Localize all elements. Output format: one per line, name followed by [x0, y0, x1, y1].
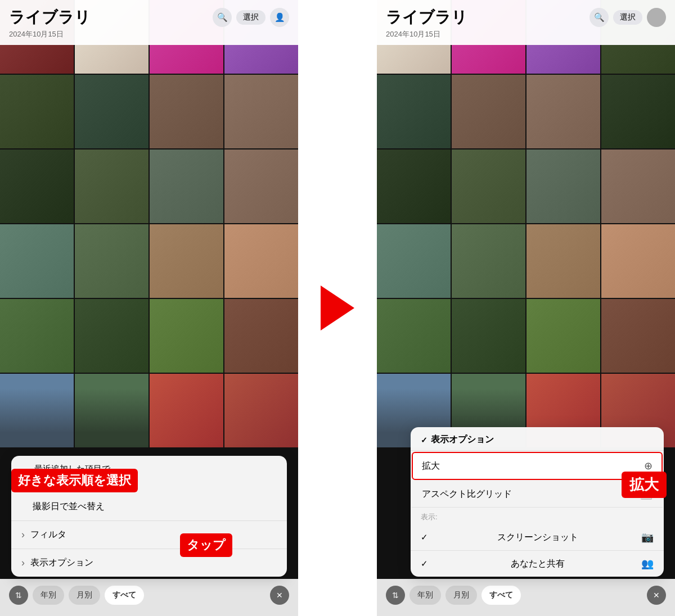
left-date: 2024年10月15日	[9, 29, 289, 39]
left-sort-button[interactable]: ⇅	[9, 586, 28, 605]
photo-cell[interactable]	[601, 224, 675, 298]
photo-cell[interactable]	[75, 75, 148, 148]
right-header-icons: 🔍 選択	[590, 8, 666, 27]
photo-cell[interactable]	[0, 150, 74, 223]
photo-strip-1	[0, 0, 298, 447]
shared-label: あなたと共有	[511, 558, 565, 570]
photo-cell[interactable]	[601, 299, 675, 373]
left-search-button[interactable]: 🔍	[213, 8, 232, 27]
right-photo-strip	[377, 0, 675, 447]
screenshot-label: スクリーンショット	[497, 532, 578, 543]
photo-cell[interactable]	[526, 75, 600, 148]
right-dropdown-menu: ✓ 表示オプション 拡大 ⊕ アスペクト比グリッド ⬜ 表示: スクリーンショッ…	[411, 427, 664, 577]
annotation-tap: タップ	[180, 533, 232, 557]
left-tab-all[interactable]: すべて	[105, 586, 144, 605]
photo-cell[interactable]	[526, 150, 600, 223]
right-select-button[interactable]: 選択	[613, 10, 642, 25]
left-title: ライブラリ	[9, 7, 91, 28]
right-tab-monthly[interactable]: 月別	[446, 586, 477, 605]
left-tab-monthly[interactable]: 月別	[69, 586, 100, 605]
photo-cell[interactable]	[601, 75, 675, 148]
photo-cell[interactable]	[224, 299, 298, 373]
aspect-grid-label: アスペクト比グリッド	[422, 488, 512, 500]
photo-cell[interactable]	[377, 224, 451, 298]
shared-icon: 👥	[641, 558, 654, 570]
filter-section: フィルタ	[11, 521, 287, 549]
right-search-button[interactable]: 🔍	[590, 8, 609, 27]
display-options-item[interactable]: 表示オプション	[11, 549, 287, 577]
photo-cell[interactable]	[601, 150, 675, 223]
photo-cell[interactable]	[526, 299, 600, 373]
photo-cell[interactable]	[452, 224, 525, 298]
display-options-title: 表示オプション	[431, 434, 494, 446]
left-profile-button[interactable]: 👤	[270, 8, 289, 27]
photo-cell[interactable]	[150, 75, 223, 148]
photo-cell[interactable]	[224, 374, 298, 447]
zoom-icon: ⊕	[644, 460, 652, 472]
right-tab-all[interactable]: すべて	[482, 586, 521, 605]
left-header-icons: 🔍 選択 👤	[213, 8, 289, 27]
photo-cell[interactable]	[377, 75, 451, 148]
photo-cell[interactable]	[526, 224, 600, 298]
photo-cell[interactable]	[150, 224, 223, 298]
photo-cell[interactable]	[0, 224, 74, 298]
right-tab-yearly[interactable]: 年別	[410, 586, 441, 605]
right-panel: ライブラリ 🔍 選択 2024年10月15日	[377, 0, 675, 616]
annotation-choose: 好きな表示順を選択	[11, 469, 138, 492]
photo-cell[interactable]	[150, 299, 223, 373]
left-bottom-bar: ⇅ 年別 月別 すべて ✕	[0, 579, 298, 616]
photo-cell[interactable]	[75, 150, 148, 223]
left-select-button[interactable]: 選択	[236, 10, 266, 25]
photo-cell[interactable]	[75, 224, 148, 298]
photo-cell[interactable]	[224, 75, 298, 148]
right-sort-button[interactable]: ⇅	[386, 586, 405, 605]
photo-cell[interactable]	[452, 75, 525, 148]
left-close-button[interactable]: ✕	[270, 586, 289, 605]
arrow-icon	[321, 286, 354, 330]
right-close-button[interactable]: ✕	[647, 586, 666, 605]
right-title: ライブラリ	[386, 7, 467, 28]
filter-item[interactable]: フィルタ	[11, 521, 287, 549]
right-date: 2024年10月15日	[386, 29, 666, 39]
photo-cell[interactable]	[75, 374, 148, 447]
photo-cell[interactable]	[0, 75, 74, 148]
sort-date-item[interactable]: 撮影日で並べ替え	[11, 493, 287, 520]
photo-cell[interactable]	[377, 299, 451, 373]
photo-cell[interactable]	[150, 150, 223, 223]
screenshot-item[interactable]: スクリーンショット 📷	[411, 524, 664, 551]
photo-cell[interactable]	[452, 299, 525, 373]
display-label: 表示:	[411, 508, 664, 524]
left-header: ライブラリ 🔍 選択 👤 2024年10月15日	[0, 0, 298, 45]
photo-cell[interactable]	[0, 299, 74, 373]
right-header: ライブラリ 🔍 選択 2024年10月15日	[377, 0, 675, 45]
left-tab-yearly[interactable]: 年別	[33, 586, 64, 605]
photo-cell[interactable]	[452, 150, 525, 223]
display-options-check: ✓	[421, 436, 428, 445]
right-profile-button[interactable]	[647, 8, 666, 27]
shared-item[interactable]: あなたと共有 👥	[411, 551, 664, 577]
photo-cell[interactable]	[150, 374, 223, 447]
photo-cell[interactable]	[377, 150, 451, 223]
photo-cell[interactable]	[224, 150, 298, 223]
photo-cell[interactable]	[0, 374, 74, 447]
zoom-label: 拡大	[422, 460, 440, 472]
left-panel: ライブラリ 🔍 選択 👤 2024年10月15日	[0, 0, 298, 616]
screenshot-icon: 📷	[641, 531, 654, 543]
right-bottom-bar: ⇅ 年別 月別 すべて ✕	[377, 579, 675, 616]
annotation-kakudai: 拡大	[622, 472, 667, 498]
display-options-section: 表示オプション	[11, 549, 287, 577]
photo-cell[interactable]	[75, 299, 148, 373]
photo-cell[interactable]	[224, 224, 298, 298]
arrow-container	[298, 0, 377, 616]
